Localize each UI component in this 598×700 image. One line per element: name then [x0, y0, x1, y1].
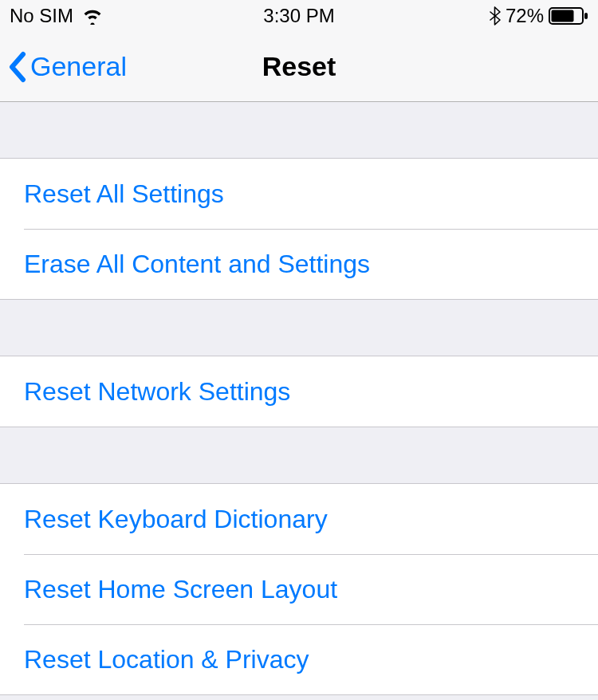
group-spacer [0, 102, 598, 158]
back-label: General [30, 51, 127, 82]
erase-all-content-settings[interactable]: Erase All Content and Settings [0, 229, 598, 299]
reset-location-privacy[interactable]: Reset Location & Privacy [0, 624, 598, 694]
svg-rect-2 [584, 13, 588, 19]
list-group-3: Reset Keyboard Dictionary Reset Home Scr… [0, 483, 598, 695]
status-bar: No SIM 3:30 PM 72% [0, 0, 598, 32]
status-left: No SIM [10, 5, 104, 27]
reset-all-settings[interactable]: Reset All Settings [0, 159, 598, 229]
group-spacer [0, 300, 598, 356]
group-spacer [0, 427, 598, 483]
battery-icon [549, 7, 588, 25]
page-title: Reset [262, 51, 336, 82]
bluetooth-icon [490, 6, 501, 26]
reset-keyboard-dictionary[interactable]: Reset Keyboard Dictionary [0, 484, 598, 554]
list-item-label: Reset Network Settings [24, 377, 290, 407]
list-item-label: Reset Keyboard Dictionary [24, 505, 328, 534]
battery-percentage: 72% [506, 5, 544, 27]
reset-network-settings[interactable]: Reset Network Settings [0, 356, 598, 427]
list-item-label: Reset All Settings [24, 179, 224, 209]
list-group-1: Reset All Settings Erase All Content and… [0, 158, 598, 300]
svg-rect-1 [552, 10, 574, 22]
nav-bar: General Reset [0, 32, 598, 102]
status-right: 72% [490, 5, 588, 27]
list-group-2: Reset Network Settings [0, 356, 598, 427]
carrier-label: No SIM [10, 5, 73, 27]
reset-home-screen-layout[interactable]: Reset Home Screen Layout [0, 554, 598, 624]
list-item-label: Erase All Content and Settings [24, 250, 370, 279]
status-time: 3:30 PM [263, 5, 334, 27]
list-item-label: Reset Location & Privacy [24, 645, 309, 674]
wifi-icon [81, 7, 104, 25]
list-item-label: Reset Home Screen Layout [24, 575, 337, 604]
chevron-left-icon [8, 51, 27, 83]
back-button[interactable]: General [0, 51, 127, 83]
